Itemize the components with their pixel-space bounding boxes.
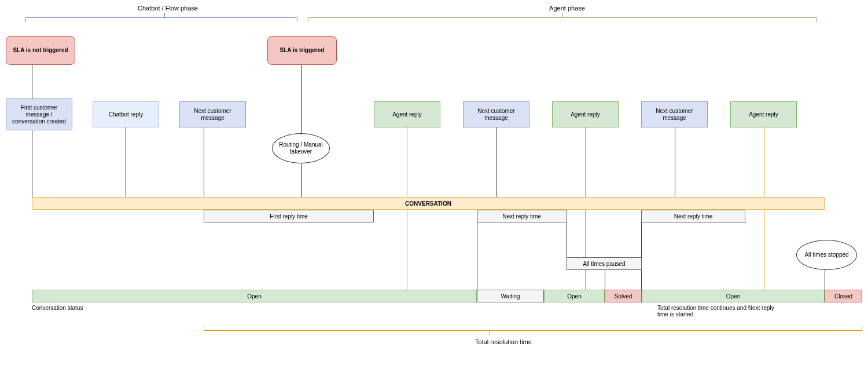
brace-chatbot-right — [297, 17, 297, 22]
conversation-bar: CONVERSATION — [32, 197, 825, 210]
next-customer-3: Next customer message — [641, 101, 708, 127]
vline-e8 — [675, 127, 675, 209]
brace-chatbot-mid — [164, 13, 165, 17]
brace-res-left — [204, 326, 204, 330]
vline-sla2 — [301, 65, 302, 133]
all-times-stopped: All times stopped — [796, 240, 857, 270]
sla-triggered: SLA is triggered — [267, 36, 337, 65]
total-resolution-label: Total resolution time — [457, 338, 550, 345]
agent-reply-1: Agent reply — [374, 101, 440, 127]
brace-resolution — [204, 330, 862, 331]
conversation-status-label: Conversation status — [32, 305, 83, 311]
vline-e1 — [32, 130, 32, 197]
vline-rt7 — [825, 270, 825, 290]
resolution-note: Total resolution time continues and Next… — [657, 305, 785, 317]
brace-agent-right — [816, 17, 817, 22]
next-reply-1: Next reply time — [477, 210, 567, 222]
status-closed: Closed — [825, 290, 862, 302]
phase-chatbot-label: Chatbot / Flow phase — [122, 5, 214, 12]
brace-agent — [308, 17, 817, 18]
all-times-paused: All times paused — [567, 257, 642, 270]
vline-e3 — [204, 127, 204, 209]
vline-e6 — [496, 127, 496, 209]
chatbot-reply: Chatbot reply — [93, 101, 159, 127]
routing-takeover: Routing / Manual takeover — [272, 133, 330, 163]
status-waiting: Waiting — [477, 290, 544, 302]
vline-rt3 — [567, 222, 567, 257]
brace-agent-left — [308, 17, 308, 22]
next-reply-2: Next reply time — [641, 210, 745, 222]
agent-reply-2: Agent reply — [552, 101, 619, 127]
vline-rt1 — [477, 210, 477, 290]
status-open-2: Open — [544, 290, 605, 302]
first-customer-message: First customer message / conversation cr… — [6, 98, 72, 130]
brace-chatbot — [25, 17, 297, 18]
vline-rt5 — [641, 222, 642, 290]
status-open-3: Open — [642, 290, 825, 302]
next-customer-2: Next customer message — [463, 101, 529, 127]
vline-e4 — [301, 163, 302, 197]
phase-agent-label: Agent phase — [532, 5, 602, 12]
sla-not-triggered: SLA is not triggered — [6, 36, 75, 65]
status-solved: Solved — [605, 290, 642, 302]
brace-res-mid — [489, 330, 490, 335]
status-open-1: Open — [32, 290, 477, 302]
brace-res-right — [862, 326, 862, 330]
first-reply-time: First reply time — [204, 210, 374, 222]
brace-agent-mid — [562, 13, 563, 17]
agent-reply-3: Agent reply — [730, 101, 797, 127]
vline-e2 — [126, 127, 126, 197]
next-customer-1: Next customer message — [179, 101, 246, 127]
brace-chatbot-left — [25, 17, 26, 22]
vline-sla1 — [32, 65, 32, 98]
vline-rt4 — [605, 270, 605, 290]
vline-rt6 — [745, 222, 746, 223]
